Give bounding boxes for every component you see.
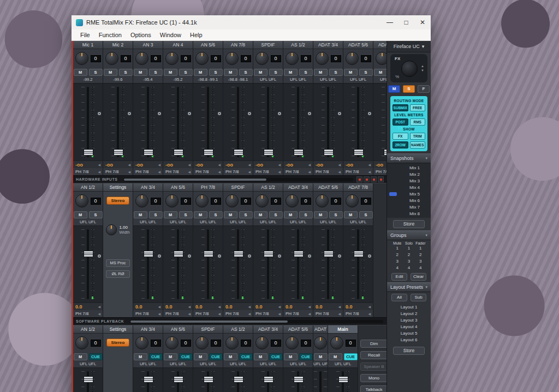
scrollbar-thumb[interactable] — [130, 320, 287, 323]
gain-knob[interactable] — [286, 52, 299, 65]
fader-handle[interactable] — [204, 376, 213, 383]
output-assign[interactable]: PH 7/8 ◀ — [73, 168, 103, 175]
gain-knob[interactable] — [75, 194, 88, 207]
fader-area[interactable] — [283, 367, 313, 392]
solo-button[interactable]: S — [269, 69, 283, 76]
fader-handle[interactable] — [234, 251, 243, 257]
trim-button[interactable]: TRIM — [410, 133, 426, 140]
submix-button[interactable]: SUBMIX — [393, 104, 408, 111]
tool-icon[interactable] — [158, 112, 161, 115]
layouts-store-button[interactable]: Store — [393, 347, 425, 355]
mute-button[interactable]: M — [254, 211, 267, 218]
fader-area[interactable] — [328, 367, 358, 392]
fader-area[interactable] — [133, 83, 163, 161]
output-assign[interactable]: PH 7/8 ◀ — [163, 310, 193, 317]
fader-handle[interactable] — [144, 149, 153, 156]
ms-proc-button[interactable]: MS Proc — [106, 259, 130, 267]
snapshot-item[interactable]: Mix 3 — [387, 177, 431, 184]
groups-edit-button[interactable]: Edit — [391, 273, 407, 281]
group-mute-number[interactable]: 3 — [391, 258, 403, 265]
fader-area[interactable] — [223, 83, 253, 161]
tool-icon[interactable] — [248, 112, 251, 115]
group-solo-number[interactable]: 4 — [403, 265, 414, 271]
mute-button[interactable]: M — [224, 69, 237, 76]
fader-area[interactable] — [223, 367, 253, 392]
channel-name[interactable]: ADAT 7/8 — [343, 183, 373, 192]
cue-button[interactable]: CUE — [89, 353, 103, 360]
gain-knob[interactable] — [316, 52, 329, 65]
fader-area[interactable] — [163, 367, 193, 392]
solo-button[interactable]: S — [209, 211, 223, 218]
free-button[interactable]: FREE — [410, 104, 426, 111]
fader-handle[interactable] — [174, 149, 183, 156]
output-assign[interactable]: PH 7/8 ◀ — [343, 168, 373, 175]
mute-button[interactable]: M — [164, 69, 177, 76]
gain-knob[interactable] — [75, 336, 88, 349]
cue-button[interactable]: CUE — [209, 353, 223, 360]
output-assign[interactable]: PH 7/8 ◀ — [223, 168, 253, 175]
snapshot-item[interactable]: Mix 8 — [387, 210, 431, 217]
row-view-button[interactable] — [364, 176, 370, 182]
fader-handle[interactable] — [294, 149, 304, 156]
fader-area[interactable] — [163, 83, 193, 161]
cue-button[interactable]: CUE — [239, 353, 253, 360]
global-fader-button[interactable]: F — [418, 85, 430, 93]
tool-icon[interactable] — [278, 112, 281, 115]
cue-button[interactable]: CUE — [149, 353, 163, 360]
solo-button[interactable]: S — [179, 211, 193, 218]
group-solo-number[interactable]: 3 — [403, 258, 414, 265]
mute-button[interactable]: M — [134, 211, 147, 218]
channel-name[interactable]: AN 3/4 — [133, 183, 163, 192]
channel-name[interactable]: AN 5/6 — [163, 325, 193, 334]
channel-name[interactable]: ADAT 3/4 — [313, 41, 343, 49]
group-fader-number[interactable]: 3 — [415, 258, 426, 265]
output-assign[interactable]: PH 7/8 ◀ — [133, 310, 163, 317]
fader-area[interactable] — [133, 225, 163, 302]
output-assign[interactable]: PH 7/8 ◀ — [283, 310, 313, 317]
row-view-button[interactable] — [356, 176, 362, 182]
tool-icon[interactable] — [158, 254, 161, 258]
fader-area[interactable] — [193, 225, 223, 302]
post-fx-button[interactable]: POST FX — [393, 118, 408, 126]
channel-name[interactable]: Main — [328, 325, 358, 334]
solo-button[interactable]: S — [119, 69, 133, 76]
fader-handle[interactable] — [264, 149, 273, 156]
fader-handle[interactable] — [324, 149, 334, 156]
tool-icon[interactable] — [188, 254, 191, 258]
tool-icon[interactable] — [128, 112, 131, 115]
tool-icon[interactable] — [308, 112, 311, 115]
output-assign[interactable]: PH 7/8 ◀ — [193, 310, 223, 317]
solo-button[interactable]: S — [329, 69, 343, 76]
fader-area[interactable] — [163, 225, 193, 302]
gain-knob[interactable] — [135, 336, 148, 349]
cue-button[interactable]: CUE — [269, 353, 283, 360]
control-button[interactable]: Mono — [360, 374, 386, 382]
channel-name[interactable]: AN 3/4 — [133, 325, 163, 334]
fader-handle[interactable] — [324, 251, 334, 257]
layout-item[interactable]: Layout 1 — [387, 304, 431, 311]
group-mute-number[interactable]: 4 — [391, 265, 403, 271]
tool-icon[interactable] — [278, 254, 281, 258]
snapshots-store-button[interactable]: Store — [393, 220, 425, 228]
group-fader-number[interactable]: 1 — [415, 245, 426, 252]
snapshot-item[interactable]: Mix 5 — [387, 191, 431, 197]
layout-sub-button[interactable]: Sub — [411, 294, 426, 301]
row-scrollbar[interactable] — [130, 320, 383, 323]
width-knob[interactable] — [106, 224, 117, 235]
fader-area[interactable] — [223, 225, 253, 302]
fader-area[interactable] — [313, 83, 343, 161]
fader-handle[interactable] — [234, 149, 243, 156]
channel-name[interactable]: AS 1/2 — [283, 41, 313, 49]
mute-button[interactable]: M — [194, 353, 207, 360]
fader-handle[interactable] — [384, 149, 386, 156]
menu-item[interactable]: Window — [156, 32, 186, 38]
channel-name[interactable]: SPDIF — [253, 41, 283, 49]
fader-handle[interactable] — [84, 149, 93, 156]
mute-button[interactable]: M — [74, 353, 87, 360]
output-assign[interactable]: PH 7/8 ◀ — [313, 310, 343, 317]
fader-handle[interactable] — [174, 376, 183, 383]
group-mute-number[interactable]: 2 — [391, 252, 403, 258]
fader-handle[interactable] — [264, 251, 273, 257]
mute-button[interactable]: M — [104, 69, 117, 76]
control-button[interactable]: Dim — [360, 340, 386, 348]
